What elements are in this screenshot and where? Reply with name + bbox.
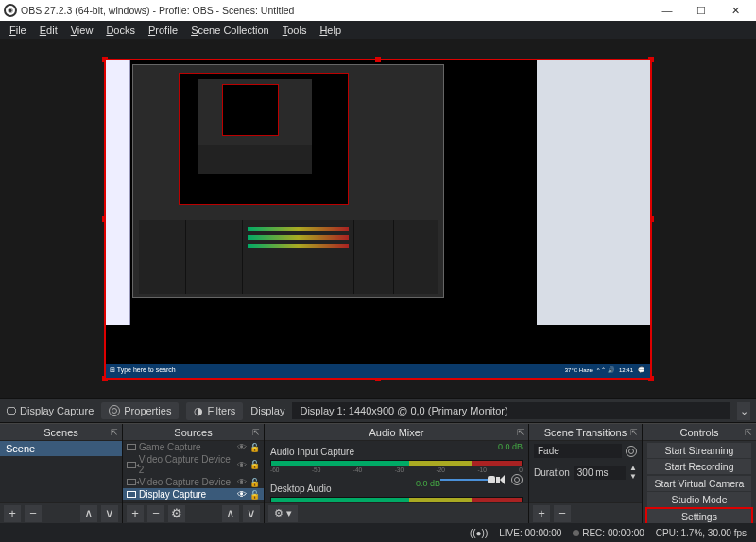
dock-detach-icon[interactable]: ⇱ bbox=[252, 428, 260, 437]
mixer-title: Audio Mixer bbox=[369, 427, 423, 438]
obs-icon: ◉ bbox=[4, 4, 17, 17]
dock-detach-icon[interactable]: ⇱ bbox=[745, 428, 752, 437]
source-row[interactable]: Display Capture👁🔓 bbox=[123, 488, 264, 500]
transition-select[interactable]: Fade bbox=[534, 444, 622, 458]
menu-file[interactable]: File bbox=[4, 23, 32, 38]
audio-meter bbox=[270, 460, 523, 466]
window-title: OBS 27.2.3 (64-bit, windows) - Profile: … bbox=[21, 5, 294, 16]
start-virtual-camera-button[interactable]: Start Virtual Camera bbox=[647, 476, 751, 491]
menu-profile[interactable]: Profile bbox=[143, 23, 183, 38]
remove-transition-button[interactable]: − bbox=[554, 505, 571, 522]
menu-help[interactable]: Help bbox=[314, 23, 347, 38]
preview-canvas[interactable]: ⊞ Type here to search 37°C Haze ^ ⌃ 🔊 12… bbox=[0, 39, 756, 398]
mute-button[interactable] bbox=[496, 474, 507, 485]
menu-tools[interactable]: Tools bbox=[277, 23, 313, 38]
mixer-track: Audio Input Capture 0.0 dB -60-50-40-30-… bbox=[265, 441, 528, 478]
lock-toggle[interactable]: 🔓 bbox=[249, 490, 260, 500]
menu-docks[interactable]: Docks bbox=[100, 23, 141, 38]
mixer-settings-button[interactable]: ⚙ ▾ bbox=[268, 505, 298, 522]
menu-view[interactable]: View bbox=[65, 23, 99, 38]
display-dropdown-button[interactable]: ⌄ bbox=[737, 402, 750, 420]
status-rec: REC: 00:00:00 bbox=[582, 528, 644, 538]
status-cpu: CPU: 1.7%, 30.00 fps bbox=[656, 528, 747, 538]
source-row[interactable]: Game Capture👁🔓 bbox=[123, 441, 264, 453]
camera-icon bbox=[127, 479, 136, 485]
nested-window bbox=[106, 60, 130, 325]
remove-source-button[interactable]: − bbox=[147, 505, 164, 522]
filters-button[interactable]: ◑Filters bbox=[186, 402, 243, 420]
settings-button[interactable]: Settings bbox=[647, 509, 751, 524]
start-recording-button[interactable]: Start Recording bbox=[647, 459, 751, 474]
nested-preview bbox=[179, 73, 349, 205]
visibility-toggle[interactable]: 👁 bbox=[237, 489, 247, 500]
menu-bar: File Edit View Docks Profile Scene Colle… bbox=[0, 21, 756, 39]
rec-dot-icon bbox=[573, 530, 579, 536]
camera-icon bbox=[127, 462, 136, 468]
lock-toggle[interactable]: 🔓 bbox=[249, 460, 260, 469]
minimize-button[interactable]: — bbox=[650, 0, 684, 21]
display-icon bbox=[127, 491, 136, 498]
visibility-toggle[interactable]: 👁 bbox=[237, 477, 247, 487]
nested-obs bbox=[132, 64, 444, 298]
duration-input[interactable]: 300 ms bbox=[574, 466, 626, 480]
dock-detach-icon[interactable]: ⇱ bbox=[517, 428, 524, 437]
scene-item[interactable]: Scene bbox=[0, 441, 122, 456]
scenes-panel: Scenes⇱ Scene + − ∧ ∨ bbox=[0, 424, 123, 523]
source-row[interactable]: 🎙Audio Input Capture👁🔓 bbox=[123, 500, 264, 502]
source-down-button[interactable]: ∨ bbox=[243, 505, 260, 522]
source-properties-button[interactable]: ⚙ bbox=[168, 505, 185, 522]
add-transition-button[interactable]: + bbox=[533, 505, 550, 522]
nested-panels bbox=[139, 220, 438, 294]
source-up-button[interactable]: ∧ bbox=[222, 505, 239, 522]
source-row[interactable]: Video Capture Device 2👁🔓 bbox=[123, 453, 264, 476]
status-live: LIVE: 00:00:00 bbox=[499, 528, 561, 538]
context-source-label: Display Capture bbox=[20, 405, 94, 416]
visibility-toggle[interactable]: 👁 bbox=[237, 501, 247, 502]
mic-icon: 🎙 bbox=[127, 501, 136, 502]
window-titlebar: ◉ OBS 27.2.3 (64-bit, windows) - Profile… bbox=[0, 0, 756, 21]
start-streaming-button[interactable]: Start Streaming bbox=[647, 443, 751, 458]
source-row[interactable]: Video Capture Device👁🔓 bbox=[123, 476, 264, 488]
docks-row: Scenes⇱ Scene + − ∧ ∨ Sources⇱ Game Capt… bbox=[0, 423, 756, 523]
sources-panel: Sources⇱ Game Capture👁🔓 Video Capture De… bbox=[123, 424, 265, 523]
lock-toggle[interactable]: 🔓 bbox=[249, 478, 260, 487]
selected-source-bounds[interactable]: ⊞ Type here to search 37°C Haze ^ ⌃ 🔊 12… bbox=[104, 59, 652, 380]
audio-mixer-panel: Audio Mixer⇱ Audio Input Capture 0.0 dB … bbox=[265, 424, 529, 523]
studio-mode-button[interactable]: Studio Mode bbox=[647, 492, 751, 507]
scenes-title: Scenes bbox=[43, 427, 78, 438]
lock-toggle[interactable]: 🔓 bbox=[249, 443, 260, 452]
dock-detach-icon[interactable]: ⇱ bbox=[630, 428, 638, 437]
track-settings-button[interactable] bbox=[511, 474, 523, 485]
transitions-title: Scene Transitions bbox=[544, 427, 627, 438]
menu-scene-collection[interactable]: Scene Collection bbox=[185, 23, 275, 38]
display-label: Display bbox=[250, 405, 284, 416]
duration-stepper[interactable]: ▲▼ bbox=[629, 464, 637, 481]
meter-scale: -60-50-40-30-20-100 bbox=[270, 466, 523, 474]
close-button[interactable]: ✕ bbox=[718, 0, 752, 21]
sources-title: Sources bbox=[174, 427, 212, 438]
audio-meter bbox=[270, 497, 523, 502]
nested-window bbox=[537, 60, 650, 325]
gear-icon bbox=[109, 405, 120, 416]
dock-detach-icon[interactable]: ⇱ bbox=[111, 428, 118, 437]
volume-slider[interactable] bbox=[440, 479, 492, 481]
visibility-toggle[interactable]: 👁 bbox=[237, 460, 247, 470]
remove-scene-button[interactable]: − bbox=[25, 505, 42, 522]
track-db: 0.0 dB bbox=[416, 479, 440, 488]
lock-toggle[interactable]: 🔓 bbox=[249, 502, 260, 503]
add-scene-button[interactable]: + bbox=[4, 505, 21, 522]
maximize-button[interactable]: ☐ bbox=[684, 0, 718, 21]
visibility-toggle[interactable]: 👁 bbox=[237, 442, 247, 452]
display-select[interactable]: Display 1: 1440x900 @ 0,0 (Primary Monit… bbox=[292, 402, 730, 419]
scene-down-button[interactable]: ∨ bbox=[101, 505, 118, 522]
source-toolbar: 🖵 Display Capture Properties ◑Filters Di… bbox=[0, 398, 756, 423]
broadcast-icon: ((●)) bbox=[470, 528, 488, 538]
nested-taskbar: ⊞ Type here to search 37°C Haze ^ ⌃ 🔊 12… bbox=[106, 364, 650, 378]
transition-settings-button[interactable] bbox=[626, 446, 637, 457]
properties-button[interactable]: Properties bbox=[101, 402, 179, 419]
scene-up-button[interactable]: ∧ bbox=[80, 505, 97, 522]
duration-label: Duration bbox=[534, 467, 570, 478]
menu-edit[interactable]: Edit bbox=[34, 23, 63, 38]
resize-handle[interactable] bbox=[375, 57, 381, 62]
add-source-button[interactable]: + bbox=[127, 505, 144, 522]
